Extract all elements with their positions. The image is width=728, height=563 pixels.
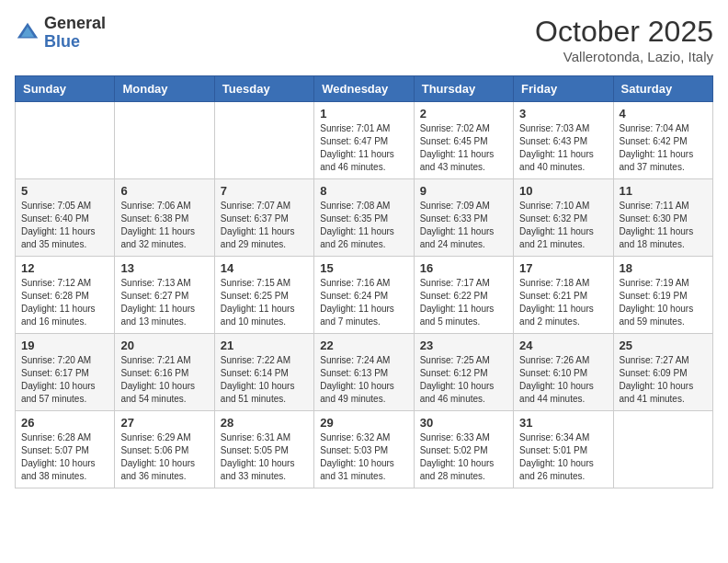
calendar-cell: 16Sunrise: 7:17 AM Sunset: 6:22 PM Dayli… [414,257,513,334]
day-info: Sunrise: 7:16 AM Sunset: 6:24 PM Dayligh… [320,277,407,328]
calendar-cell: 4Sunrise: 7:04 AM Sunset: 6:42 PM Daylig… [613,102,712,179]
weekday-header-row: SundayMondayTuesdayWednesdayThursdayFrid… [16,76,713,102]
calendar-cell: 24Sunrise: 7:26 AM Sunset: 6:10 PM Dayli… [514,334,613,411]
day-info: Sunrise: 6:33 AM Sunset: 5:02 PM Dayligh… [420,431,507,483]
logo-blue-text: Blue [44,33,106,52]
day-number: 2 [420,107,507,121]
calendar-week-row: 1Sunrise: 7:01 AM Sunset: 6:47 PM Daylig… [16,102,713,179]
day-info: Sunrise: 7:10 AM Sunset: 6:32 PM Dayligh… [519,200,607,251]
day-number: 14 [221,261,308,275]
calendar-cell [16,102,115,179]
day-info: Sunrise: 7:04 AM Sunset: 6:42 PM Dayligh… [620,122,707,174]
calendar-cell: 27Sunrise: 6:29 AM Sunset: 5:06 PM Dayli… [115,411,214,488]
title-block: October 2025 Vallerotonda, Lazio, Italy [535,15,713,64]
weekday-header: Sunday [16,76,115,102]
day-number: 30 [420,416,507,430]
logo-general-text: General [44,15,106,33]
day-number: 16 [420,261,507,275]
day-info: Sunrise: 7:24 AM Sunset: 6:13 PM Dayligh… [320,354,407,406]
month-title: October 2025 [535,15,713,49]
page-header: General Blue October 2025 Vallerotonda, … [15,15,713,64]
calendar-cell: 18Sunrise: 7:19 AM Sunset: 6:19 PM Dayli… [613,257,712,334]
logo-text: General Blue [44,15,106,52]
day-number: 12 [21,261,108,275]
calendar-cell: 5Sunrise: 7:05 AM Sunset: 6:40 PM Daylig… [16,179,115,257]
day-number: 25 [620,339,707,352]
calendar-cell: 10Sunrise: 7:10 AM Sunset: 6:32 PM Dayli… [514,179,613,257]
day-number: 8 [320,184,407,198]
calendar-cell: 2Sunrise: 7:02 AM Sunset: 6:45 PM Daylig… [414,102,513,179]
day-number: 1 [320,107,407,121]
day-number: 20 [120,339,208,352]
calendar-cell: 20Sunrise: 7:21 AM Sunset: 6:16 PM Dayli… [115,334,214,411]
calendar-cell: 14Sunrise: 7:15 AM Sunset: 6:25 PM Dayli… [214,257,313,334]
day-number: 26 [21,416,108,430]
day-number: 7 [221,184,308,198]
day-info: Sunrise: 7:25 AM Sunset: 6:12 PM Dayligh… [420,354,507,406]
day-info: Sunrise: 7:20 AM Sunset: 6:17 PM Dayligh… [21,354,108,406]
day-number: 28 [221,416,308,430]
day-number: 15 [320,261,407,275]
day-number: 31 [519,416,607,430]
calendar-cell: 13Sunrise: 7:13 AM Sunset: 6:27 PM Dayli… [115,257,214,334]
day-number: 4 [620,107,707,121]
day-info: Sunrise: 6:34 AM Sunset: 5:01 PM Dayligh… [519,431,607,483]
calendar-cell [613,411,712,488]
calendar-cell: 19Sunrise: 7:20 AM Sunset: 6:17 PM Dayli… [16,334,115,411]
day-info: Sunrise: 6:28 AM Sunset: 5:07 PM Dayligh… [21,431,108,483]
day-info: Sunrise: 6:31 AM Sunset: 5:05 PM Dayligh… [221,431,308,483]
calendar-cell: 28Sunrise: 6:31 AM Sunset: 5:05 PM Dayli… [214,411,313,488]
day-number: 5 [21,184,108,198]
calendar-cell: 26Sunrise: 6:28 AM Sunset: 5:07 PM Dayli… [16,411,115,488]
day-number: 17 [519,261,607,275]
calendar-cell: 21Sunrise: 7:22 AM Sunset: 6:14 PM Dayli… [214,334,313,411]
calendar-week-row: 12Sunrise: 7:12 AM Sunset: 6:28 PM Dayli… [16,257,713,334]
calendar-cell: 22Sunrise: 7:24 AM Sunset: 6:13 PM Dayli… [314,334,414,411]
weekday-header: Monday [115,76,214,102]
calendar-cell [115,102,214,179]
calendar-cell: 11Sunrise: 7:11 AM Sunset: 6:30 PM Dayli… [613,179,712,257]
calendar-cell: 15Sunrise: 7:16 AM Sunset: 6:24 PM Dayli… [314,257,414,334]
day-info: Sunrise: 7:02 AM Sunset: 6:45 PM Dayligh… [420,122,507,174]
calendar-cell: 25Sunrise: 7:27 AM Sunset: 6:09 PM Dayli… [613,334,712,411]
calendar-cell: 6Sunrise: 7:06 AM Sunset: 6:38 PM Daylig… [115,179,214,257]
day-info: Sunrise: 7:13 AM Sunset: 6:27 PM Dayligh… [120,277,208,328]
location: Vallerotonda, Lazio, Italy [535,49,713,64]
weekday-header: Friday [514,76,613,102]
day-info: Sunrise: 7:08 AM Sunset: 6:35 PM Dayligh… [320,200,407,251]
weekday-header: Thursday [414,76,513,102]
day-info: Sunrise: 7:12 AM Sunset: 6:28 PM Dayligh… [21,277,108,328]
calendar-cell: 1Sunrise: 7:01 AM Sunset: 6:47 PM Daylig… [314,102,414,179]
day-info: Sunrise: 7:15 AM Sunset: 6:25 PM Dayligh… [221,277,308,328]
day-number: 11 [620,184,707,198]
day-info: Sunrise: 7:11 AM Sunset: 6:30 PM Dayligh… [620,200,707,251]
weekday-header: Saturday [613,76,712,102]
logo-icon [15,20,40,46]
day-info: Sunrise: 6:29 AM Sunset: 5:06 PM Dayligh… [120,431,208,483]
calendar-cell: 12Sunrise: 7:12 AM Sunset: 6:28 PM Dayli… [16,257,115,334]
day-info: Sunrise: 7:03 AM Sunset: 6:43 PM Dayligh… [519,122,607,174]
day-info: Sunrise: 7:19 AM Sunset: 6:19 PM Dayligh… [620,277,707,328]
day-info: Sunrise: 6:32 AM Sunset: 5:03 PM Dayligh… [320,431,407,483]
day-number: 18 [620,261,707,275]
day-number: 19 [21,339,108,352]
day-number: 21 [221,339,308,352]
day-info: Sunrise: 7:26 AM Sunset: 6:10 PM Dayligh… [519,354,607,406]
day-info: Sunrise: 7:05 AM Sunset: 6:40 PM Dayligh… [21,200,108,251]
day-number: 23 [420,339,507,352]
day-number: 22 [320,339,407,352]
day-number: 13 [120,261,208,275]
calendar-cell: 29Sunrise: 6:32 AM Sunset: 5:03 PM Dayli… [314,411,414,488]
calendar-cell: 23Sunrise: 7:25 AM Sunset: 6:12 PM Dayli… [414,334,513,411]
weekday-header: Tuesday [214,76,313,102]
day-info: Sunrise: 7:21 AM Sunset: 6:16 PM Dayligh… [120,354,208,406]
day-number: 10 [519,184,607,198]
day-number: 29 [320,416,407,430]
calendar-cell: 30Sunrise: 6:33 AM Sunset: 5:02 PM Dayli… [414,411,513,488]
day-number: 27 [120,416,208,430]
day-info: Sunrise: 7:01 AM Sunset: 6:47 PM Dayligh… [320,122,407,174]
weekday-header: Wednesday [314,76,414,102]
calendar-cell: 3Sunrise: 7:03 AM Sunset: 6:43 PM Daylig… [514,102,613,179]
calendar-cell: 8Sunrise: 7:08 AM Sunset: 6:35 PM Daylig… [314,179,414,257]
day-number: 9 [420,184,507,198]
